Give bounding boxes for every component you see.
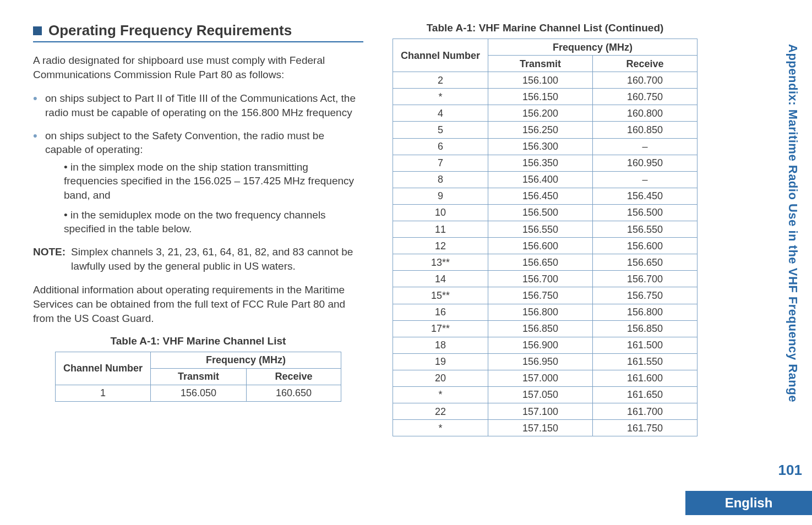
table-cell: 156.200 [488,105,593,122]
table-cell: 156.050 [151,385,247,402]
table-cell: 8 [393,171,488,188]
table-cell: 160.750 [593,89,697,105]
note-block: NOTE: Simplex channels 3, 21, 23, 61, 64… [33,245,363,273]
table-cell: 156.500 [488,204,593,221]
table-cell: 2 [393,72,488,89]
sub-item: • in the simplex mode on the ship statio… [64,160,363,203]
table-row: 6156.300– [393,138,697,155]
table-row: *156.150160.750 [393,89,697,105]
table-cell: 7 [393,155,488,171]
table-row: 20157.000161.600 [393,370,697,386]
table-row: *157.050161.650 [393,386,697,403]
table-cell: 156.400 [488,171,593,188]
bullet-item: on ships subject to the Safety Conventio… [33,129,363,236]
table-cell: 157.000 [488,370,593,386]
heading-text: Operating Frequency Requirements [48,22,292,39]
table-cell: 156.950 [488,353,593,370]
table-row: 11156.550156.550 [393,221,697,238]
table-row: 1156.050160.650 [56,385,341,402]
th-transmit: Transmit [488,56,593,72]
table-cell: 156.250 [488,122,593,138]
table-caption-right: Table A-1: VHF Marine Channel List (Cont… [391,22,699,34]
table-cell: 11 [393,221,488,238]
intro-paragraph: A radio designated for shipboard use mus… [33,53,363,81]
table-cell: 156.750 [488,287,593,304]
table-cell: 156.650 [593,254,697,271]
th-channel: Channel Number [393,39,488,72]
table-row: *157.150161.750 [393,420,697,436]
table-cell: 156.350 [488,155,593,171]
table-cell: 14 [393,271,488,287]
table-cell: 18 [393,337,488,353]
table-cell: 156.450 [593,188,697,204]
table-cell: 156.300 [488,138,593,155]
table-cell: 12 [393,238,488,254]
table-cell: 5 [393,122,488,138]
table-cell: * [393,89,488,105]
table-cell: * [393,420,488,436]
table-row: 14156.700156.700 [393,271,697,287]
table-cell: 16 [393,304,488,320]
table-cell: 19 [393,353,488,370]
table-cell: 15** [393,287,488,304]
table-cell: 156.750 [593,287,697,304]
page-number: 101 [778,462,802,479]
appendix-side-label: Appendix: Maritime Radio Use in the VHF … [786,44,800,402]
section-heading: Operating Frequency Requirements [33,22,363,39]
bullet-list: on ships subject to Part II of Title III… [33,91,363,236]
table-row: 7156.350160.950 [393,155,697,171]
table-row: 8156.400– [393,171,697,188]
table-cell: 161.700 [593,403,697,420]
table-cell: 160.650 [246,385,341,402]
table-row: 2156.100160.700 [393,72,697,89]
table-cell: 156.800 [488,304,593,320]
table-cell: 161.750 [593,420,697,436]
table-row: 15**156.750156.750 [393,287,697,304]
table-cell: 161.600 [593,370,697,386]
table-row: 19156.950161.550 [393,353,697,370]
note-label: NOTE: [33,245,66,273]
table-cell: 156.500 [593,204,697,221]
table-row: 16156.800156.800 [393,304,697,320]
table-caption-left: Table A-1: VHF Marine Channel List [33,335,363,347]
table-cell: 160.950 [593,155,697,171]
table-cell: 160.850 [593,122,697,138]
table-cell: 157.150 [488,420,593,436]
channel-table-left: Channel Number Frequency (MHz) Transmit … [55,352,341,402]
table-row: 17**156.850156.850 [393,320,697,337]
table-cell: 161.500 [593,337,697,353]
table-row: 22157.100161.700 [393,403,697,420]
table-cell: 160.800 [593,105,697,122]
table-cell: 13** [393,254,488,271]
sub-item: • in the semiduplex mode on the two freq… [64,208,363,236]
table-cell: 156.850 [488,320,593,337]
table-cell: 156.600 [488,238,593,254]
language-tab: English [685,491,812,515]
table-cell: 156.700 [488,271,593,287]
table-cell: 6 [393,138,488,155]
table-cell: * [393,386,488,403]
channel-table-right: Channel Number Frequency (MHz) Transmit … [393,39,697,436]
bullet-text: on ships subject to Part II of Title III… [45,92,356,118]
table-cell: 156.900 [488,337,593,353]
table-cell: 161.650 [593,386,697,403]
table-cell: – [593,138,697,155]
th-frequency: Frequency (MHz) [488,39,697,56]
table-cell: 156.550 [488,221,593,238]
table-cell: 156.600 [593,238,697,254]
table-cell: 17** [393,320,488,337]
th-frequency: Frequency (MHz) [151,352,341,369]
additional-paragraph: Additional information about operating r… [33,283,363,325]
note-text: Simplex channels 3, 21, 23, 61, 64, 81, … [71,245,363,273]
table-cell: 160.700 [593,72,697,89]
table-row: 4156.200160.800 [393,105,697,122]
table-row: 12156.600156.600 [393,238,697,254]
table-cell: 22 [393,403,488,420]
bullet-text: on ships subject to the Safety Conventio… [45,130,324,156]
sub-list: • in the simplex mode on the ship statio… [45,160,363,236]
th-channel: Channel Number [56,352,151,385]
table-cell: 10 [393,204,488,221]
table-cell: 4 [393,105,488,122]
heading-underline [33,41,363,42]
th-receive: Receive [593,56,697,72]
